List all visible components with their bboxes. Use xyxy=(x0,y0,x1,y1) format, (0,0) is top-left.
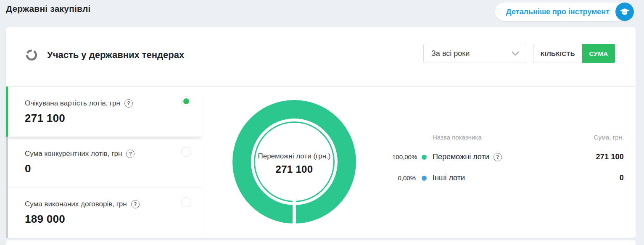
graduation-cap-icon[interactable] xyxy=(615,3,634,21)
chart-legend: Назва показника Сума, грн. 100,00% Перем… xyxy=(392,134,624,195)
legend-row-other-lots: 0,00% Інші лоти 0 xyxy=(392,174,624,182)
card-title: Участь у державних тендерах xyxy=(47,50,184,61)
metric-label: Сума конкурентних лотів, грн xyxy=(25,150,122,158)
legend-dot-blue xyxy=(422,176,427,181)
toggle-quantity-button[interactable]: КІЛЬКІСТЬ xyxy=(533,44,582,63)
next-card-top-edge xyxy=(6,240,636,245)
legend-dot-green xyxy=(422,155,427,160)
donut-center-value: 271 100 xyxy=(232,163,356,175)
page-title: Державні закупівлі xyxy=(6,4,91,14)
procurement-dashboard: Державні закупівлі Детальніше про інстру… xyxy=(0,0,644,245)
metric-value: 0 xyxy=(25,162,177,175)
legend-percent: 0,00% xyxy=(392,174,416,182)
metric-executed-contracts-sum[interactable]: Сума виконаних договорів, грн ? 189 000 xyxy=(6,187,202,238)
legend-name: Інші лоти xyxy=(433,174,465,182)
help-icon[interactable]: ? xyxy=(124,99,133,108)
metric-value: 189 000 xyxy=(25,213,177,226)
tool-details-label: Детальніше про інструмент xyxy=(506,8,610,16)
period-select-value: За всі роки xyxy=(431,49,470,58)
donut-slice-separator xyxy=(293,194,296,224)
metric-competitive-lots-sum[interactable]: Сума конкурентних лотів, грн ? 0 xyxy=(6,137,202,187)
tool-details-button[interactable]: Детальніше про інструмент xyxy=(495,3,635,21)
radio-selected[interactable] xyxy=(181,96,191,106)
legend-value-header: Сума, грн. xyxy=(594,134,624,141)
radio-unselected[interactable] xyxy=(181,147,191,157)
chevron-down-icon xyxy=(512,49,519,58)
metric-expected-lot-value[interactable]: Очікувана вартість лотів, грн ? 271 100 xyxy=(6,87,202,137)
tenders-card: Участь у державних тендерах За всі роки … xyxy=(6,27,636,238)
donut-chart: Переможні лоти (грн.) 271 100 xyxy=(232,100,356,224)
legend-value: 0 xyxy=(620,174,624,182)
legend-name-header: Назва показника xyxy=(433,134,482,141)
metric-value: 271 100 xyxy=(25,112,177,125)
help-icon[interactable]: ? xyxy=(494,153,502,161)
count-sum-toggle: КІЛЬКІСТЬ СУМА xyxy=(533,44,615,63)
legend-name: Переможні лоти xyxy=(433,153,489,161)
radio-unselected[interactable] xyxy=(181,197,191,207)
donut-center: Переможні лоти (грн.) 271 100 xyxy=(232,152,356,175)
legend-value: 271 100 xyxy=(596,153,624,161)
donut-chart-icon xyxy=(25,49,38,61)
toggle-sum-button[interactable]: СУМА xyxy=(582,44,615,63)
legend-percent: 100,00% xyxy=(392,153,416,161)
donut-center-label: Переможні лоти (грн.) xyxy=(232,152,356,161)
metric-label: Очікувана вартість лотів, грн xyxy=(25,99,120,108)
metrics-list: Очікувана вартість лотів, грн ? 271 100 … xyxy=(6,87,202,238)
period-select[interactable]: За всі роки xyxy=(423,44,526,63)
legend-row-winning-lots: 100,00% Переможні лоти ? 271 100 xyxy=(392,153,624,161)
help-icon[interactable]: ? xyxy=(131,200,140,208)
help-icon[interactable]: ? xyxy=(126,150,135,158)
metric-label: Сума виконаних договорів, грн xyxy=(25,200,127,208)
